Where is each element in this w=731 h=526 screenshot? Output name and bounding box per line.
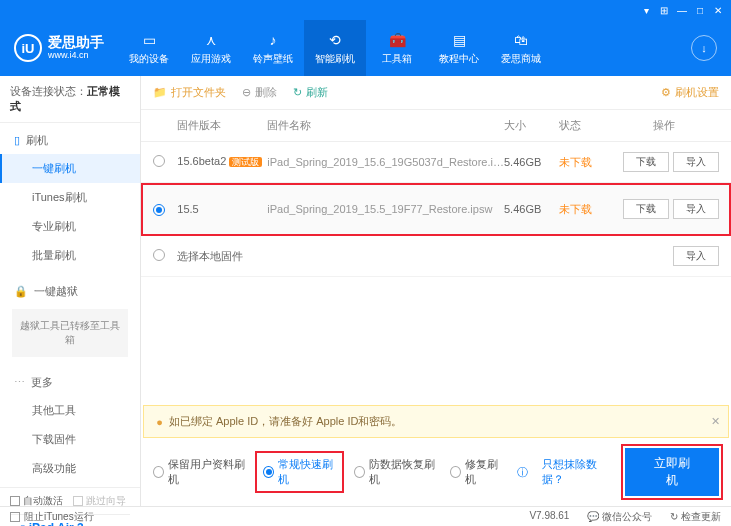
beta-tag: 测试版 bbox=[229, 157, 262, 167]
info-icon[interactable]: ⓘ bbox=[517, 465, 528, 480]
sidebar-item-other[interactable]: 其他工具 bbox=[0, 396, 140, 425]
sidebar-item-oneclick[interactable]: 一键刷机 bbox=[0, 154, 140, 183]
delete-icon: ⊖ bbox=[242, 86, 251, 99]
table-header: 固件版本 固件名称 大小 状态 操作 bbox=[141, 110, 731, 142]
import-button[interactable]: 导入 bbox=[673, 246, 719, 266]
nav-tutorials[interactable]: ▤教程中心 bbox=[428, 20, 490, 76]
refresh-button[interactable]: ↻刷新 bbox=[293, 85, 328, 100]
sidebar-item-pro[interactable]: 专业刷机 bbox=[0, 212, 140, 241]
wechat-icon: 💬 bbox=[587, 511, 599, 522]
group-jailbreak[interactable]: 🔒一键越狱 bbox=[0, 278, 140, 305]
flash-now-button[interactable]: 立即刷机 bbox=[625, 448, 719, 496]
close-warning-icon[interactable]: ✕ bbox=[711, 415, 720, 428]
refresh-icon: ↻ bbox=[293, 86, 302, 99]
window-controls: ▾ ⊞ — □ ✕ bbox=[0, 0, 731, 20]
main-panel: 📁打开文件夹 ⊖删除 ↻刷新 ⚙刷机设置 固件版本 固件名称 大小 状态 操作 … bbox=[141, 76, 731, 506]
app-url: www.i4.cn bbox=[48, 51, 104, 61]
toolbar: 📁打开文件夹 ⊖删除 ↻刷新 ⚙刷机设置 bbox=[141, 76, 731, 110]
warning-icon: ● bbox=[156, 416, 163, 428]
nav-store[interactable]: 🛍爱思商城 bbox=[490, 20, 552, 76]
menu-icon[interactable]: ▾ bbox=[639, 5, 653, 16]
sidebar-item-advanced[interactable]: 高级功能 bbox=[0, 454, 140, 483]
radio-checked[interactable] bbox=[153, 204, 165, 216]
group-more[interactable]: ⋯更多 bbox=[0, 369, 140, 396]
phone-icon: ▭ bbox=[140, 31, 158, 49]
firmware-row[interactable]: 15.6beta2测试版 iPad_Spring_2019_15.6_19G50… bbox=[141, 142, 731, 183]
group-flash[interactable]: ▯刷机 bbox=[0, 127, 140, 154]
jailbreak-note: 越狱工具已转移至工具箱 bbox=[12, 309, 128, 357]
mode-keep-data[interactable]: 保留用户资料刷机 bbox=[153, 457, 245, 487]
connection-status: 设备连接状态：正常模式 bbox=[0, 76, 140, 123]
wechat-link[interactable]: 💬 微信公众号 bbox=[587, 510, 652, 524]
update-icon: ↻ bbox=[670, 511, 678, 522]
radio-unchecked[interactable] bbox=[153, 249, 165, 261]
firmware-row-selected[interactable]: 15.5 iPad_Spring_2019_15.5_19F77_Restore… bbox=[141, 183, 731, 236]
device-icon: ▯ bbox=[14, 134, 20, 147]
mode-anti-recovery[interactable]: 防数据恢复刷机 bbox=[354, 457, 436, 487]
check-update-link[interactable]: ↻ 检查更新 bbox=[670, 510, 721, 524]
import-button[interactable]: 导入 bbox=[673, 152, 719, 172]
skip-guide-checkbox[interactable]: 跳过向导 bbox=[73, 494, 126, 508]
app-name: 爱思助手 bbox=[48, 35, 104, 50]
sidebar: 设备连接状态：正常模式 ▯刷机 一键刷机 iTunes刷机 专业刷机 批量刷机 … bbox=[0, 76, 141, 506]
folder-icon: 📁 bbox=[153, 86, 167, 99]
delete-button[interactable]: ⊖删除 bbox=[242, 85, 277, 100]
warning-bar: ● 如已绑定 Apple ID，请准备好 Apple ID和密码。 ✕ bbox=[143, 405, 729, 438]
sync-button[interactable]: ↓ bbox=[691, 35, 717, 61]
nav-flash[interactable]: ⟲智能刷机 bbox=[304, 20, 366, 76]
mode-repair[interactable]: 修复刷机 bbox=[450, 457, 503, 487]
apps-icon: ⋏ bbox=[202, 31, 220, 49]
mode-bar: 保留用户资料刷机 常规快速刷机 防数据恢复刷机 修复刷机 ⓘ 只想抹除数据？ 立… bbox=[141, 438, 731, 506]
logo: iU 爱思助手 www.i4.cn bbox=[0, 34, 118, 62]
block-itunes-checkbox[interactable]: 阻止iTunes运行 bbox=[10, 510, 94, 524]
main-nav: ▭我的设备 ⋏应用游戏 ♪铃声壁纸 ⟲智能刷机 🧰工具箱 ▤教程中心 🛍爱思商城 bbox=[118, 20, 552, 76]
logo-icon: iU bbox=[14, 34, 42, 62]
auto-activate-checkbox[interactable]: 自动激活 bbox=[10, 494, 63, 508]
nav-apps[interactable]: ⋏应用游戏 bbox=[180, 20, 242, 76]
close-icon[interactable]: ✕ bbox=[711, 5, 725, 16]
bag-icon: 🛍 bbox=[512, 31, 530, 49]
minimize-icon[interactable]: — bbox=[675, 5, 689, 16]
sidebar-item-itunes[interactable]: iTunes刷机 bbox=[0, 183, 140, 212]
book-icon: ▤ bbox=[450, 31, 468, 49]
music-icon: ♪ bbox=[264, 31, 282, 49]
header: iU 爱思助手 www.i4.cn ▭我的设备 ⋏应用游戏 ♪铃声壁纸 ⟲智能刷… bbox=[0, 20, 731, 76]
open-folder-button[interactable]: 📁打开文件夹 bbox=[153, 85, 226, 100]
refresh-icon: ⟲ bbox=[326, 31, 344, 49]
import-button[interactable]: 导入 bbox=[673, 199, 719, 219]
maximize-icon[interactable]: □ bbox=[693, 5, 707, 16]
lock-icon: 🔒 bbox=[14, 285, 28, 298]
nav-my-device[interactable]: ▭我的设备 bbox=[118, 20, 180, 76]
sidebar-item-batch[interactable]: 批量刷机 bbox=[0, 241, 140, 270]
radio-unchecked[interactable] bbox=[153, 155, 165, 167]
sidebar-item-download[interactable]: 下载固件 bbox=[0, 425, 140, 454]
erase-link[interactable]: 只想抹除数据？ bbox=[542, 457, 610, 487]
mode-quick[interactable]: 常规快速刷机 bbox=[259, 455, 340, 489]
grid-icon[interactable]: ⊞ bbox=[657, 5, 671, 16]
gear-icon: ⚙ bbox=[661, 86, 671, 99]
nav-ringtones[interactable]: ♪铃声壁纸 bbox=[242, 20, 304, 76]
nav-toolbox[interactable]: 🧰工具箱 bbox=[366, 20, 428, 76]
version-label: V7.98.61 bbox=[529, 510, 569, 524]
settings-button[interactable]: ⚙刷机设置 bbox=[661, 85, 719, 100]
local-firmware-row[interactable]: 选择本地固件 导入 bbox=[141, 236, 731, 277]
download-button[interactable]: 下载 bbox=[623, 152, 669, 172]
more-icon: ⋯ bbox=[14, 376, 25, 389]
toolbox-icon: 🧰 bbox=[388, 31, 406, 49]
download-button[interactable]: 下载 bbox=[623, 199, 669, 219]
